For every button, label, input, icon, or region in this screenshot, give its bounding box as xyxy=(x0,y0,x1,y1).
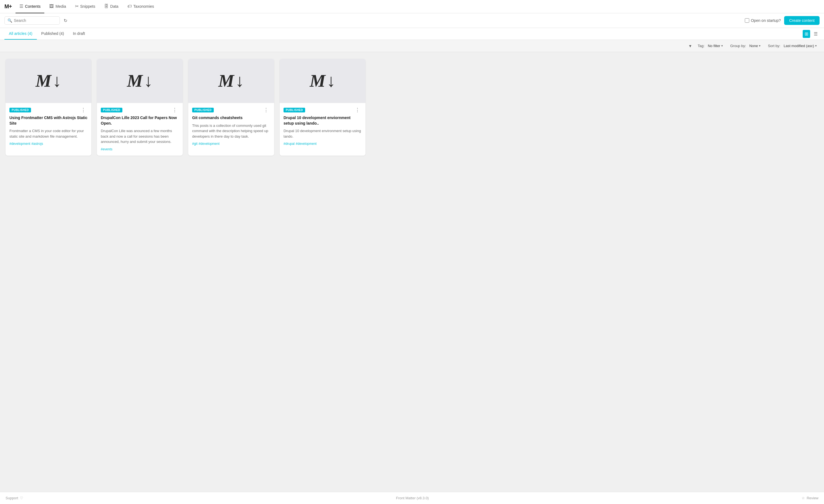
support-label: Support xyxy=(6,496,18,500)
card-tag: #git xyxy=(192,142,197,146)
card-header-row: PUBLISHED ⋮ xyxy=(284,107,362,113)
published-badge: PUBLISHED xyxy=(284,108,305,112)
nav-tab-taxonomies-label: Taxonomies xyxy=(133,4,154,9)
filter-icon: ▼ xyxy=(688,44,692,48)
nav-tab-contents[interactable]: ☰ Contents xyxy=(15,0,44,13)
sort-label: Sort by: xyxy=(768,44,780,48)
logo: M+ xyxy=(4,3,12,10)
cards-grid: M↓ PUBLISHED ⋮ Using Frontmatter CMS wit… xyxy=(6,59,366,156)
nav-tab-data-label: Data xyxy=(110,4,118,9)
card-description: DrupalCon Lille was anounced a few month… xyxy=(101,128,179,144)
card-tags: #events xyxy=(101,147,179,151)
filter-tab-all[interactable]: All articles (4) xyxy=(4,28,37,39)
content-area: M↓ PUBLISHED ⋮ Using Frontmatter CMS wit… xyxy=(0,52,824,492)
toolbar-right: Open on startup? Create content xyxy=(745,16,820,25)
article-card[interactable]: M↓ PUBLISHED ⋮ DrupalCon Lille 2023 Call… xyxy=(97,59,183,156)
published-badge: PUBLISHED xyxy=(101,108,122,112)
logo-icon: M+ xyxy=(4,3,12,10)
card-header-row: PUBLISHED ⋮ xyxy=(101,107,179,113)
card-thumbnail: M↓ xyxy=(188,59,274,103)
nav-tab-media-label: Media xyxy=(56,4,66,9)
markdown-icon: M↓ xyxy=(218,71,244,91)
card-tags: #drupal#development xyxy=(284,142,362,146)
media-icon: 🖼 xyxy=(49,4,54,9)
card-description: Drupal 10 development environment setup … xyxy=(284,128,362,139)
filter-tab-published[interactable]: Published (4) xyxy=(37,28,69,39)
tag-filter-value: No filter xyxy=(708,44,720,48)
group-filter-group: Group by: None ▾ xyxy=(730,43,762,49)
tag-chevron-icon: ▾ xyxy=(721,44,723,47)
card-tag: #astrojs xyxy=(31,142,43,146)
card-title: DrupalCon Lille 2023 Call for Papers Now… xyxy=(101,115,179,126)
footer: Support ♡ Front Matter (v8.3.0) ☆ Review xyxy=(0,492,824,504)
card-menu-button[interactable]: ⋮ xyxy=(171,107,179,113)
search-box: 🔍 xyxy=(4,16,60,25)
version-label: Front Matter (v8.3.0) xyxy=(23,496,802,500)
list-view-button[interactable]: ☰ xyxy=(812,30,820,38)
card-tag: #development xyxy=(296,142,316,146)
markdown-icon: M↓ xyxy=(127,71,153,91)
card-thumbnail: M↓ xyxy=(280,59,366,103)
published-badge: PUBLISHED xyxy=(192,108,214,112)
card-body: PUBLISHED ⋮ Git commands cheatsheets Thi… xyxy=(188,103,274,150)
search-icon: 🔍 xyxy=(7,18,12,23)
article-card[interactable]: M↓ PUBLISHED ⋮ Git commands cheatsheets … xyxy=(188,59,274,156)
card-description: This posts is a collection of commonly u… xyxy=(192,123,270,139)
card-tag: #development xyxy=(9,142,30,146)
card-tag: #development xyxy=(199,142,219,146)
card-thumbnail: M↓ xyxy=(6,59,91,103)
taxonomies-icon: 🏷 xyxy=(127,4,132,9)
star-icon: ☆ xyxy=(802,496,805,500)
card-header-row: PUBLISHED ⋮ xyxy=(9,107,88,113)
nav-tab-taxonomies[interactable]: 🏷 Taxonomies xyxy=(123,0,158,13)
nav-tab-snippets-label: Snippets xyxy=(80,4,95,9)
open-startup-label[interactable]: Open on startup? xyxy=(745,18,781,23)
sort-filter-group: Sort by: Last modified (asc) ▾ xyxy=(768,43,818,49)
sort-filter-value: Last modified (asc) xyxy=(784,44,814,48)
markdown-icon: M↓ xyxy=(36,71,62,91)
published-badge: PUBLISHED xyxy=(9,108,31,112)
card-title: Git commands cheatsheets xyxy=(192,115,270,121)
article-card[interactable]: M↓ PUBLISHED ⋮ Using Frontmatter CMS wit… xyxy=(6,59,91,156)
open-startup-checkbox[interactable] xyxy=(745,18,749,23)
card-body: PUBLISHED ⋮ DrupalCon Lille 2023 Call fo… xyxy=(97,103,183,156)
card-tags: #development#astrojs xyxy=(9,142,88,146)
nav-tab-data[interactable]: 🗄 Data xyxy=(100,0,122,13)
group-label: Group by: xyxy=(730,44,746,48)
group-filter-select[interactable]: None ▾ xyxy=(747,43,762,49)
markdown-icon: M↓ xyxy=(310,71,335,91)
toolbar: 🔍 ↻ Open on startup? Create content xyxy=(0,13,824,28)
card-menu-button[interactable]: ⋮ xyxy=(353,107,362,113)
open-startup-text: Open on startup? xyxy=(751,18,781,23)
card-body: PUBLISHED ⋮ Using Frontmatter CMS with A… xyxy=(6,103,91,150)
card-menu-button[interactable]: ⋮ xyxy=(79,107,88,113)
support-link[interactable]: Support ♡ xyxy=(6,496,23,500)
filter-tab-draft[interactable]: In draft xyxy=(69,28,89,39)
heart-icon: ♡ xyxy=(20,496,23,500)
nav-tab-snippets[interactable]: ✂ Snippets xyxy=(71,0,99,13)
card-menu-button[interactable]: ⋮ xyxy=(262,107,270,113)
nav-tab-media[interactable]: 🖼 Media xyxy=(45,0,70,13)
sort-chevron-icon: ▾ xyxy=(815,44,817,47)
data-icon: 🗄 xyxy=(104,4,109,9)
tag-filter-select[interactable]: No filter ▾ xyxy=(706,43,725,49)
article-card[interactable]: M↓ PUBLISHED ⋮ Drupal 10 development env… xyxy=(280,59,366,156)
create-content-button[interactable]: Create content xyxy=(784,16,820,25)
filter-tabs: All articles (4) Published (4) In draft … xyxy=(0,28,824,40)
card-header-row: PUBLISHED ⋮ xyxy=(192,107,270,113)
top-nav: M+ ☰ Contents 🖼 Media ✂ Snippets 🗄 Data … xyxy=(0,0,824,13)
snippets-icon: ✂ xyxy=(75,4,79,9)
search-input[interactable] xyxy=(14,18,57,23)
view-toggle: ⊞ ☰ xyxy=(803,30,820,38)
review-label: Review xyxy=(807,496,818,500)
card-tags: #git#development xyxy=(192,142,270,146)
review-link[interactable]: ☆ Review xyxy=(802,496,818,500)
grid-view-button[interactable]: ⊞ xyxy=(803,30,810,38)
refresh-button[interactable]: ↻ xyxy=(63,17,69,24)
card-body: PUBLISHED ⋮ Drupal 10 development envior… xyxy=(280,103,366,150)
filter-bar: ▼ Tag: No filter ▾ Group by: None ▾ Sort… xyxy=(0,40,824,52)
card-tag: #drupal xyxy=(284,142,295,146)
tag-filter-group: Tag: No filter ▾ xyxy=(698,43,725,49)
card-title: Using Frontmatter CMS with Astrojs Stati… xyxy=(9,115,88,126)
sort-filter-select[interactable]: Last modified (asc) ▾ xyxy=(782,43,818,49)
